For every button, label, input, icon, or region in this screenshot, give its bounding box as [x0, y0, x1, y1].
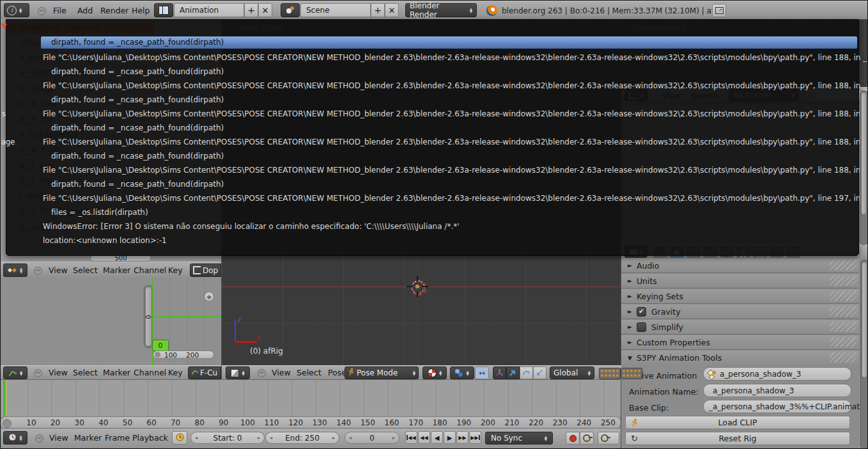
timeline-current-frame-line[interactable] [4, 380, 6, 417]
proportional-edit-button[interactable]: ↔ [475, 366, 489, 379]
stepper-left-icon[interactable]: ◂ [270, 435, 272, 441]
layout-icon-button[interactable] [154, 3, 173, 17]
viewport-menu-pose[interactable]: Pose [328, 368, 346, 377]
dopesheet-menu-key[interactable]: Key [168, 265, 183, 275]
next-keyframe-button[interactable]: ▶▶ [456, 431, 469, 444]
panel-section-keying-sets[interactable]: ►Keying Sets [621, 289, 859, 304]
frame-end-field[interactable]: ◂ End: 250 ▸ [265, 432, 339, 444]
record-button[interactable] [566, 432, 580, 445]
panel-grip-icon[interactable] [830, 337, 856, 347]
auto-keyframe-button[interactable] [580, 432, 594, 445]
scene-add-button[interactable]: + [371, 3, 385, 17]
properties-scrollbar-thumb[interactable] [862, 262, 867, 378]
collapse-menus-icon[interactable]: − [258, 369, 266, 377]
console-line[interactable]: dirpath, found = _ncase_path_found(dirpa… [51, 95, 224, 104]
console-line[interactable]: location:<unknown location>:-1 [43, 236, 167, 245]
timeline-menu-marker[interactable]: Marker [74, 433, 102, 443]
layers-widget-right[interactable] [621, 368, 642, 379]
fcurve-menu-select[interactable]: Select [73, 368, 98, 377]
manipulator-scale-button[interactable] [533, 366, 546, 379]
scene-close-button[interactable]: ✕ [385, 3, 399, 17]
simplify-checkbox-unchecked[interactable] [637, 322, 646, 332]
dopesheet-menu-channel[interactable]: Channel [134, 265, 166, 275]
console-line[interactable]: File "C:\Users\Juliana_\Desktop\Sims Con… [43, 138, 868, 146]
base-clip-input[interactable]: _a_persona_shadow_3%%+CLIP.animation [703, 400, 851, 413]
console-line[interactable]: dirpath, found = _ncase_path_found(dirpa… [51, 180, 224, 189]
pivot-point-select[interactable]: ▲▼ [450, 366, 474, 379]
outliner-scrollbar[interactable] [860, 90, 868, 245]
dopesheet-menu-select[interactable]: Select [73, 265, 98, 275]
panel-grip-icon[interactable] [830, 306, 856, 317]
menu-help[interactable]: Help [132, 6, 150, 15]
stepper-left-icon[interactable]: ◂ [349, 435, 352, 441]
fcurve-menu-marker[interactable]: Marker [103, 368, 130, 377]
scene-icon-button[interactable] [281, 3, 300, 17]
timeline-menu-frame[interactable]: Frame [105, 433, 130, 443]
panel-section-audio[interactable]: ►Audio [621, 258, 859, 273]
manipulator-translate-button[interactable] [506, 366, 520, 379]
frame-start-field[interactable]: ◂ Start: 0 ▸ [190, 432, 265, 444]
fcurve-hscrollbar[interactable]: 100 200 [153, 351, 214, 359]
layout-add-button[interactable]: + [244, 3, 258, 17]
jump-to-start-button[interactable]: ◀◀ [405, 431, 417, 444]
panel-grip-icon[interactable] [830, 352, 856, 363]
editor-type-button-fcurve[interactable]: ▲▼ [3, 366, 27, 379]
manipulator-axis-button[interactable] [493, 366, 506, 379]
console-line[interactable]: File "C:\Users\Juliana_\Desktop\Sims Con… [43, 166, 868, 175]
window-duplicate-button[interactable]: ↗ [712, 4, 726, 17]
viewport-menu-select[interactable]: Select [297, 368, 322, 377]
keying-set-button[interactable] [598, 432, 619, 445]
manipulator-rotate-button[interactable] [520, 366, 533, 379]
play-button[interactable]: ▶ [444, 431, 456, 444]
layout-close-button[interactable]: ✕ [258, 3, 272, 17]
dopesheet-menu-view[interactable]: View [49, 265, 68, 275]
jump-to-end-button[interactable]: ▶▶ [469, 431, 481, 444]
collapse-menus-icon[interactable]: − [38, 7, 46, 15]
fcurve-menu-channel[interactable]: Channel [134, 368, 166, 377]
dopesheet-mode-select[interactable]: Dop [190, 264, 221, 277]
console-line[interactable]: File "C:\Users\Juliana_\Desktop\Sims Con… [43, 53, 868, 62]
summary-expand-icon[interactable]: ▼ [1, 22, 6, 30]
animation-name-input[interactable]: a_persona_shadow_3 [703, 384, 851, 397]
reset-rig-button[interactable]: ↻ Reset Rig [625, 432, 850, 445]
editor-type-button-info[interactable]: i ▲▼ [4, 3, 29, 17]
panel-grip-icon[interactable] [830, 291, 856, 301]
viewport-menu-view[interactable]: View [272, 368, 291, 377]
editor-type-button-dopesheet[interactable]: ▲▼ [3, 264, 27, 277]
fcurve-add-button[interactable]: + [204, 292, 214, 302]
properties-scrollbar[interactable] [860, 260, 868, 449]
editor-type-button-3dview[interactable]: ▲▼ [226, 366, 250, 379]
panel-section-s3py[interactable]: ▼S3PY Animation Tools [621, 351, 859, 365]
timeline-ruler[interactable]: 1020304050607080901001101201301401501601… [1, 416, 621, 429]
fcurve-vscrollbar-thumb[interactable]: 0 [145, 287, 152, 347]
panel-grip-icon[interactable] [830, 260, 856, 271]
panel-section-gravity[interactable]: ►✔Gravity [621, 304, 859, 319]
dopesheet-menu-marker[interactable]: Marker [103, 265, 130, 275]
console-line[interactable]: dirpath, found = _ncase_path_found(dirpa… [51, 67, 224, 76]
stepper-right-icon[interactable]: ▸ [332, 435, 335, 441]
collapse-menus-icon[interactable]: − [34, 267, 42, 275]
layers-widget-left[interactable] [599, 368, 621, 379]
timeline-menu-playback[interactable]: Playback [132, 433, 168, 443]
stepper-left-icon[interactable]: ◂ [195, 435, 198, 441]
transform-orientation-select[interactable]: Global ▲▼ [550, 366, 594, 379]
menu-file[interactable]: File [53, 6, 66, 15]
panel-section-custom-properties[interactable]: ►Custom Properties [621, 335, 859, 350]
console-line[interactable]: WindowsError: [Error 3] O sistema não co… [43, 222, 460, 231]
stepper-right-icon[interactable]: ▸ [258, 435, 260, 441]
panel-section-simplify[interactable]: ►Simplify [621, 320, 859, 335]
outliner-scrollbar-thumb[interactable] [861, 92, 867, 215]
sync-mode-select[interactable]: No Sync ▲▼ [485, 432, 553, 445]
menu-add[interactable]: Add [77, 6, 93, 15]
collapse-menus-icon[interactable]: − [34, 369, 42, 377]
scene-name-field[interactable]: Scene [300, 3, 371, 17]
console-line[interactable]: dirpath, found = _ncase_path_found(dirpa… [51, 38, 224, 47]
current-frame-field[interactable]: ◂ 0 ▸ [345, 432, 399, 444]
collapse-menus-icon[interactable]: − [35, 434, 43, 443]
viewport-shading-select[interactable]: ▲▼ [422, 366, 447, 379]
console-line[interactable]: files = _os.listdir(dirpath) [51, 208, 148, 217]
editor-type-button-timeline[interactable]: ▲▼ [3, 431, 27, 445]
render-engine-select[interactable]: Blender Render ▲▼ [405, 3, 477, 17]
time-toggle-button[interactable] [172, 431, 187, 445]
console-line[interactable]: dirpath, found = _ncase_path_found(dirpa… [51, 123, 224, 132]
